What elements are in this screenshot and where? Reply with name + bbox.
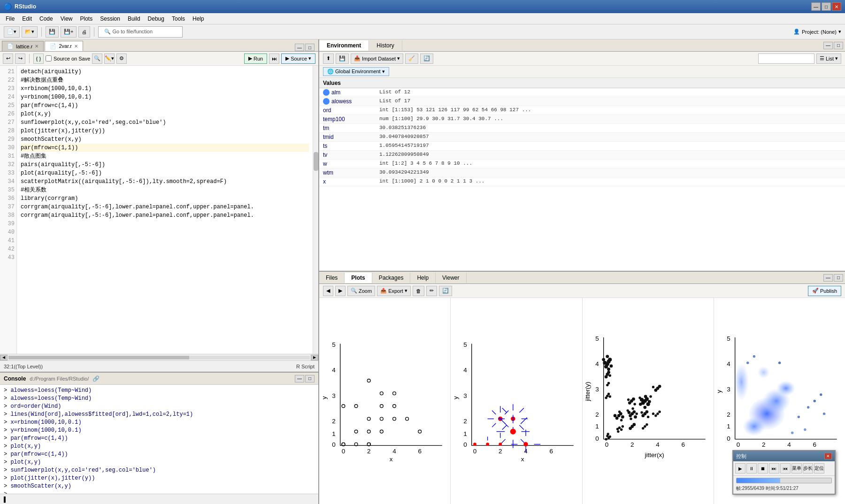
tab-help[interactable]: Help <box>410 273 436 283</box>
edit-plot-button[interactable]: ✏ <box>426 286 437 296</box>
console-content[interactable]: > alowess=loess(Temp~Wind)> alowess=loes… <box>0 385 318 494</box>
import-dropdown[interactable]: ▾ <box>397 55 400 61</box>
source-button[interactable]: ▶ Source ▾ <box>281 53 315 64</box>
editor-scrollbar[interactable] <box>313 66 318 354</box>
menu-session[interactable]: Session <box>96 15 124 23</box>
env-row[interactable]: alowessList of 17 <box>319 97 845 106</box>
list-icon: ☰ <box>820 55 824 61</box>
env-row[interactable]: ordint [1:153] 53 121 126 117 99 62 54 6… <box>319 106 845 115</box>
list-dropdown[interactable]: ▾ <box>835 55 838 61</box>
code-btn[interactable]: { } <box>33 53 44 64</box>
goto-file-button[interactable]: 🔍 Go to file/function <box>98 26 183 38</box>
env-row[interactable]: tmid30.0407840920857 <box>319 133 845 142</box>
svg-point-152 <box>654 389 657 392</box>
save-all-button[interactable]: 💾+ <box>61 26 77 38</box>
refresh-plot-button[interactable]: 🔄 <box>439 286 452 296</box>
plots-back-button[interactable]: ◀ <box>323 286 333 296</box>
run-next-button[interactable]: ⏭ <box>269 53 279 64</box>
env-row[interactable]: wint [1:2] 3 4 5 6 7 8 9 10 ... <box>319 160 845 168</box>
ctrl-step2-btn[interactable]: 步长 <box>803 463 813 473</box>
scrollbar-thumb[interactable] <box>314 152 318 171</box>
list-view-button[interactable]: ☰ List ▾ <box>816 53 841 64</box>
tab-files[interactable]: Files <box>319 273 345 283</box>
menu-file[interactable]: File <box>2 15 18 23</box>
progress-bar[interactable] <box>736 478 832 483</box>
tab-2var-close[interactable]: ✕ <box>74 44 78 49</box>
tab-history[interactable]: History <box>369 40 402 51</box>
editor-minimize[interactable]: — <box>295 44 304 51</box>
plots-forward-button[interactable]: ▶ <box>335 286 346 296</box>
clear-env-button[interactable]: 🧹 <box>405 53 418 64</box>
save-button[interactable]: 💾 <box>46 26 59 38</box>
close-button[interactable]: ✕ <box>832 2 841 11</box>
tab-environment[interactable]: Environment <box>319 40 369 51</box>
export-button[interactable]: 📤 Export ▾ <box>377 286 411 296</box>
ctrl-step-btn[interactable]: ⏭ <box>769 463 779 473</box>
menu-debug[interactable]: Debug <box>144 15 168 23</box>
run-button[interactable]: ▶ Run <box>244 53 267 64</box>
ctrl-menu-btn[interactable]: 菜单 <box>791 463 802 473</box>
menu-code[interactable]: Code <box>36 15 57 23</box>
undo-button[interactable]: ↩ <box>3 53 13 64</box>
control-close-btn[interactable]: ✕ <box>824 453 832 459</box>
source-on-save-checkbox[interactable] <box>46 55 52 61</box>
save-env-button[interactable]: 💾 <box>336 53 349 64</box>
open-file-button[interactable]: 📂▾ <box>22 26 38 38</box>
refresh-env-button[interactable]: 🔄 <box>420 53 433 64</box>
env-row[interactable]: tv1.12262809950849 <box>319 151 845 160</box>
project-selector[interactable]: 👤Project: (None)▾ <box>793 29 841 35</box>
import-to-env-button[interactable]: ⬆ <box>323 53 334 64</box>
env-maximize[interactable]: □ <box>834 42 843 49</box>
env-minimize[interactable]: — <box>823 42 833 49</box>
maximize-button[interactable]: □ <box>822 2 831 11</box>
tab-2var[interactable]: 📄 2var.r ✕ <box>45 41 83 51</box>
source-on-save-label[interactable]: Source on Save <box>46 55 90 61</box>
menu-help[interactable]: Help <box>189 15 208 23</box>
tab-packages[interactable]: Packages <box>372 273 411 283</box>
menu-edit[interactable]: Edit <box>18 15 36 23</box>
editor-maximize[interactable]: □ <box>305 44 315 51</box>
ctrl-play-btn[interactable]: ▶ <box>735 463 745 473</box>
scroll-right-btn[interactable]: ▶ <box>311 355 318 360</box>
redo-button[interactable]: ↪ <box>15 53 25 64</box>
source-dropdown-icon[interactable]: ▾ <box>308 55 311 61</box>
plots-maximize[interactable]: □ <box>834 274 843 282</box>
env-search-input[interactable] <box>758 53 814 64</box>
menu-plots[interactable]: Plots <box>77 15 97 23</box>
horizontal-scrollbar[interactable]: ◀ ▶ <box>0 354 318 360</box>
tab-viewer[interactable]: Viewer <box>436 273 466 283</box>
menu-tools[interactable]: Tools <box>168 15 189 23</box>
search-button[interactable]: 🔍 <box>92 53 102 64</box>
plots-minimize[interactable]: — <box>823 274 833 282</box>
ctrl-prev-btn[interactable]: ⏮ <box>780 463 791 473</box>
env-row[interactable]: xint [1:1000] 2 1 0 0 0 2 1 1 3 ... <box>319 177 845 186</box>
env-row[interactable]: temp100num [1:100] 29.9 30.9 31.7 30.4 3… <box>319 115 845 124</box>
ctrl-pause-btn[interactable]: ⏸ <box>746 463 757 473</box>
console-maximize[interactable]: □ <box>305 375 315 382</box>
scroll-left-btn[interactable]: ◀ <box>0 355 8 360</box>
export-dropdown[interactable]: ▾ <box>405 288 407 294</box>
ctrl-locate-btn[interactable]: 定位 <box>814 463 824 473</box>
ctrl-stop-btn[interactable]: ⏹ <box>758 463 768 473</box>
tab-lattice-close[interactable]: ✕ <box>35 44 38 49</box>
code-content[interactable]: detach(airquality)#解决数据点重叠x=rbinom(1000,… <box>17 66 313 354</box>
import-dataset-button[interactable]: 📥 Import Dataset ▾ <box>351 53 403 64</box>
env-row[interactable]: ts1.05954145719197 <box>319 142 845 151</box>
new-file-button[interactable]: 📄▾ <box>4 26 20 38</box>
console-minimize[interactable]: — <box>295 375 304 382</box>
global-env-dropdown[interactable]: 🌐 Global Environment ▾ <box>323 67 389 76</box>
format-button[interactable]: ✏️▾ <box>104 53 115 64</box>
compile-button[interactable]: ⚙ <box>116 53 127 64</box>
zoom-button[interactable]: 🔍 Zoom <box>347 286 375 296</box>
env-row[interactable]: wtm30.0934294221349 <box>319 168 845 177</box>
env-row[interactable]: tm30.038251376236 <box>319 124 845 133</box>
env-row[interactable]: almList of 12 <box>319 88 845 97</box>
menu-view[interactable]: View <box>57 15 77 23</box>
print-button[interactable]: 🖨 <box>78 26 90 38</box>
tab-lattice[interactable]: 📄 lattice.r ✕ <box>2 41 44 51</box>
menu-build[interactable]: Build <box>124 15 144 23</box>
publish-button[interactable]: 🚀 Publish <box>808 286 841 296</box>
delete-plot-button[interactable]: 🗑 <box>413 286 424 296</box>
minimize-button[interactable]: — <box>811 2 821 11</box>
tab-plots[interactable]: Plots <box>345 273 372 283</box>
